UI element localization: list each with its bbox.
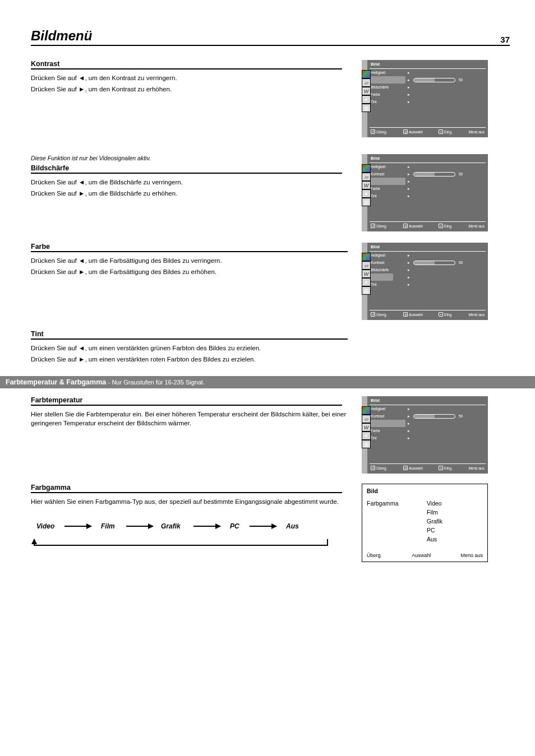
chevron-right-icon: ▸: [408, 100, 410, 104]
footer-label: Überg.: [376, 130, 388, 134]
osd-selection: [371, 76, 405, 84]
section-body: Drücken Sie auf ◄, um die Farbsättigung …: [31, 257, 350, 276]
osd-value-bar: [413, 414, 455, 419]
section-body: Hier stellen Sie die Farbtemperatur ein.…: [31, 410, 350, 428]
chevron-right-icon: ▸: [408, 429, 410, 433]
line: Drücken Sie auf ◄, um die Bildschärfe zu…: [31, 178, 350, 187]
nav-icon: ↵: [439, 466, 443, 470]
gamma-value: Aus: [427, 536, 437, 542]
section-tint: Tint Drücken Sie auf ◄, um einen verstär…: [31, 330, 510, 366]
tab-geometry-icon: ▱: [362, 261, 371, 270]
osd-row-label: Helligkeit: [371, 71, 405, 75]
osd-tabs: ▱ W ✦ ▥: [362, 70, 371, 112]
line: Hier wählen Sie einen Farbgamma-Typ aus,…: [31, 498, 350, 507]
cycle-item: Grafik: [161, 522, 181, 530]
osd-row-label: Kontrast: [371, 414, 405, 418]
gamma-value: PC: [427, 527, 435, 534]
tab-options-icon: ▥: [362, 104, 371, 112]
gamma-nav: Menü aus: [460, 553, 483, 558]
osd-selection: [371, 420, 405, 427]
footer-label: Auswahl: [409, 224, 423, 228]
chevron-right-icon: ▸: [408, 85, 410, 90]
osd-thumbnail-farbe-tint: Bild ▱ W ✦ ▥ Helligkeit▸ Kontrast▸50 Bil…: [362, 243, 488, 320]
gamma-nav: Auswahl: [412, 553, 431, 558]
tab-audio-icon: W: [362, 181, 371, 189]
gamma-title: Bild: [367, 488, 378, 494]
osd-footer: ⇵Überg. ⇆Auswahl ↵Eing. Menü aus: [370, 463, 486, 472]
section-bildschaerfe: Diese Funktion ist nur bei Videosignalen…: [31, 154, 510, 231]
nav-icon: ↵: [439, 312, 443, 317]
osd-tabs: ▱ W ✦ ▥: [362, 406, 371, 448]
footer-label: Eing.: [444, 466, 453, 470]
line: Drücken Sie auf ◄, um den Kontrast zu ve…: [31, 74, 350, 83]
arrow-right-icon: [64, 526, 91, 527]
footer-label: Auswahl: [409, 130, 423, 134]
osd-row-label: Farbe: [371, 429, 405, 433]
chevron-right-icon: ▸: [408, 407, 410, 411]
section-farbtemperatur: Farbtemperatur Hier stellen Sie die Farb…: [31, 396, 510, 474]
tab-geometry-icon: ▱: [362, 78, 371, 87]
osd-row-label: Helligkeit: [371, 407, 405, 411]
gamma-item-label: Farbgamma: [367, 500, 399, 507]
osd-footer: ⇵Überg. ⇆Auswahl ↵Eing. Menü aus: [370, 127, 486, 136]
section-title: Bildschärfe: [31, 164, 342, 174]
gamma-nav: Überg.: [367, 553, 382, 558]
bar-note: - Nur Graustufen für 16-235 Signal.: [108, 379, 205, 386]
chevron-right-icon: ▸: [408, 71, 410, 75]
osd-value: 50: [459, 414, 463, 418]
osd-value: 50: [459, 78, 463, 82]
nav-icon: ↵: [439, 129, 443, 134]
chevron-right-icon: ▸: [408, 261, 410, 265]
footer-label: Eing.: [444, 130, 453, 134]
nav-icon: ⇵: [371, 129, 375, 134]
page-number: 37: [500, 35, 510, 44]
section-title: Farbe: [31, 243, 348, 252]
osd-row-label: Tint: [371, 282, 405, 286]
line: Drücken Sie auf ►, um die Bildschärfe zu…: [31, 189, 350, 198]
cycle-item: Aus: [286, 522, 299, 530]
osd-header: Bild: [370, 62, 486, 69]
gamma-illustration: Bild Farbgamma Video Film Grafik PC Aus …: [362, 484, 488, 562]
osd-value-bar: [413, 78, 455, 82]
footer-label: Menü aus: [468, 224, 485, 228]
nav-icon: ↵: [439, 224, 443, 228]
section-body: Drücken Sie auf ◄, um die Bildschärfe zu…: [31, 178, 350, 198]
nav-icon: ⇆: [403, 224, 408, 228]
tab-geometry-icon: ▱: [362, 173, 371, 181]
osd-row-label: Tint: [371, 194, 405, 198]
osd-row-label: Tint: [371, 100, 405, 104]
section-farbe: Farbe Drücken Sie auf ◄, um die Farbsätt…: [31, 243, 510, 320]
chevron-right-icon: ▸: [408, 179, 410, 184]
chevron-right-icon: ▸: [408, 187, 410, 191]
chevron-right-icon: ▸: [408, 282, 410, 287]
footer-label: Menü aus: [468, 313, 485, 317]
return-arrow: [34, 539, 328, 546]
tab-options-icon: ▥: [362, 440, 371, 448]
osd-row-label: Kontrast: [371, 172, 405, 176]
cycle-item: Video: [36, 522, 54, 530]
value-cycle-diagram: Video Film Grafik PC Aus: [31, 511, 350, 550]
osd-thumbnail-bildschaerfe: Bild ▱ W ✦ ▥ Helligkeit▸ Kontrast▸50 Bil…: [362, 154, 488, 231]
line: Drücken Sie auf ►, um einen verstärkten …: [31, 355, 350, 364]
nav-icon: ⇵: [371, 466, 375, 470]
arrow-right-icon: [250, 526, 276, 527]
chevron-right-icon: ▸: [408, 253, 410, 258]
line: Drücken Sie auf ◄, um einen verstärkten …: [31, 344, 350, 353]
section-body: Drücken Sie auf ◄, um einen verstärkten …: [31, 344, 350, 364]
chevron-right-icon: ▸: [408, 268, 410, 272]
subsection-bar: Farbtemperatur & Farbgamma - Nur Graustu…: [0, 376, 535, 388]
chevron-right-icon: ▸: [408, 436, 410, 440]
footer-label: Auswahl: [409, 466, 423, 470]
footer-label: Auswahl: [409, 313, 423, 317]
gamma-value: Grafik: [427, 518, 442, 525]
tab-install-icon: ✦: [362, 189, 371, 198]
nav-icon: ⇆: [403, 129, 408, 134]
osd-value: 50: [459, 172, 463, 176]
tab-install-icon: ✦: [362, 95, 371, 104]
tab-options-icon: ▥: [362, 198, 371, 206]
tab-install-icon: ✦: [362, 432, 371, 440]
footer-label: Eing.: [444, 313, 453, 317]
osd-thumbnail-farbtemp: Bild ▱ W ✦ ▥ Helligkeit▸ Kontrast▸50 Bil…: [362, 396, 488, 474]
footer-label: Menü aus: [468, 466, 485, 470]
osd-row-label: Kontrast: [371, 261, 405, 265]
